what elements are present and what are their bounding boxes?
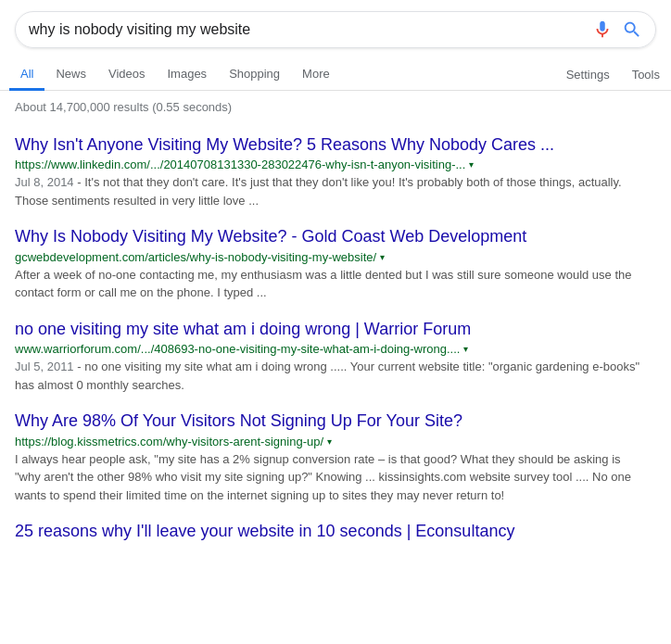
search-icon[interactable] (622, 19, 642, 40)
result-title: 25 reasons why I'll leave your website i… (15, 521, 645, 542)
result-link[interactable]: Why Isn't Anyone Visiting My Website? 5 … (15, 135, 554, 154)
results-info: About 14,700,000 results (0.55 seconds) (0, 91, 671, 118)
result-item: Why Isn't Anyone Visiting My Website? 5 … (15, 134, 645, 209)
result-item: 25 reasons why I'll leave your website i… (15, 521, 645, 542)
result-title: Why Isn't Anyone Visiting My Website? 5 … (15, 134, 645, 156)
tab-videos[interactable]: Videos (97, 59, 157, 91)
result-item: no one visiting my site what am i doing … (15, 319, 645, 394)
result-link[interactable]: 25 reasons why I'll leave your website i… (15, 522, 514, 540)
url-dropdown-icon[interactable]: ▾ (327, 436, 332, 447)
tab-all[interactable]: All (9, 59, 44, 91)
result-url: https://www.linkedin.com/.../20140708131… (15, 158, 645, 171)
tab-tools[interactable]: Tools (621, 60, 671, 89)
results-container: Why Isn't Anyone Visiting My Website? 5 … (0, 134, 671, 542)
result-item: Why Are 98% Of Your Visitors Not Signing… (15, 410, 645, 504)
tab-settings[interactable]: Settings (555, 60, 621, 89)
nav-tabs: All News Videos Images Shopping More Set… (0, 52, 671, 91)
tab-news[interactable]: News (44, 59, 97, 91)
tab-images[interactable]: Images (156, 59, 218, 91)
result-item: Why Is Nobody Visiting My Website? - Gol… (15, 226, 645, 301)
result-url: https://blog.kissmetrics.com/why-visitor… (15, 435, 645, 448)
result-title: no one visiting my site what am i doing … (15, 319, 645, 340)
result-snippet: Jul 8, 2014 - It's not that they don't c… (15, 173, 645, 209)
result-link[interactable]: no one visiting my site what am i doing … (15, 320, 471, 338)
result-title: Why Is Nobody Visiting My Website? - Gol… (15, 226, 645, 247)
url-dropdown-icon[interactable]: ▾ (463, 344, 468, 354)
tab-more[interactable]: More (291, 59, 341, 91)
result-title: Why Are 98% Of Your Visitors Not Signing… (15, 410, 645, 432)
result-url: www.warriorforum.com/.../408693-no-one-v… (15, 342, 645, 356)
url-dropdown-icon[interactable]: ▾ (380, 252, 385, 262)
mic-icon[interactable] (592, 19, 613, 40)
result-link[interactable]: Why Is Nobody Visiting My Website? - Gol… (15, 227, 526, 246)
result-snippet: After a week of no-one contacting me, my… (15, 266, 645, 302)
search-input[interactable] (29, 21, 592, 38)
tab-shopping[interactable]: Shopping (218, 59, 291, 91)
result-snippet: I always hear people ask, "my site has a… (15, 450, 645, 505)
result-snippet: Jul 5, 2011 - no one visiting my site wh… (15, 358, 645, 394)
search-icons (592, 19, 642, 40)
result-link[interactable]: Why Are 98% Of Your Visitors Not Signing… (15, 411, 462, 430)
result-url: gcwebdevelopment.com/articles/why-is-nob… (15, 250, 645, 264)
search-bar-container (0, 0, 671, 48)
url-dropdown-icon[interactable]: ▾ (469, 159, 474, 170)
nav-right: Settings Tools (555, 60, 671, 89)
search-bar (15, 11, 656, 48)
